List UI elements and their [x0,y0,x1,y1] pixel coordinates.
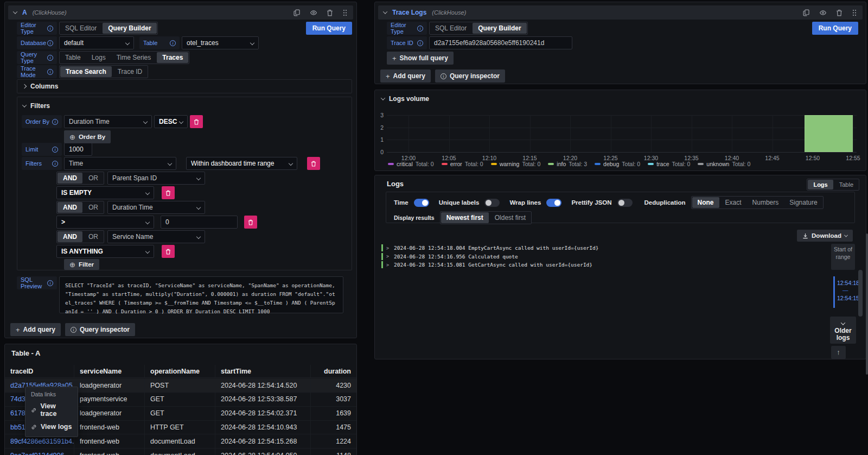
column-header-serviceName[interactable]: serviceName [74,365,145,377]
filter-field-select[interactable]: Time [64,157,176,170]
legend-item-trace[interactable]: traceTotal: 0 [648,161,690,167]
trace-search-option[interactable]: Trace Search [60,66,112,77]
expand-chevron-icon[interactable] [22,84,27,89]
column-header-duration[interactable]: duration [311,365,356,377]
or-option[interactable]: OR [83,173,104,184]
info-icon[interactable]: i [47,69,53,75]
volume-bar-info[interactable] [805,115,853,152]
view-logs-menu-item[interactable]: View logs [25,420,78,433]
view-trace-menu-item[interactable]: View trace [25,400,78,420]
hide-response-eye-icon[interactable] [310,9,317,16]
table-panel-title[interactable]: Table - A [11,349,40,357]
columns-section[interactable]: Columns [17,79,352,93]
duplicate-query-icon[interactable] [293,9,301,16]
page-scrollbar[interactable] [866,233,868,375]
add-order-by-button[interactable]: ⊕Order By [64,130,111,143]
unique-labels-toggle[interactable] [484,199,500,207]
and-option[interactable]: AND [58,173,82,184]
expand-log-chevron-icon[interactable]: > [386,262,391,268]
collapse-chevron-icon[interactable] [383,9,387,14]
or-option[interactable]: OR [83,202,104,213]
remove-order-by-button[interactable] [190,115,203,128]
scroll-to-top-button[interactable]: ↑ [831,346,846,359]
query-inspector-button[interactable]: iQuery inspector [65,323,135,336]
table-row[interactable]: 9ac7acf0134d906...frontend-webdocumentLo… [5,448,356,455]
info-icon[interactable]: i [170,40,176,46]
drag-handle-icon[interactable] [852,9,857,16]
query-row-header[interactable]: Trace Logs (ClickHouse) [378,5,863,20]
remove-query-trash-icon[interactable] [327,9,333,16]
info-icon[interactable]: i [52,119,58,125]
column-header-traceID[interactable]: traceID [5,365,74,377]
limit-input[interactable] [64,143,92,156]
legend-item-info[interactable]: infoTotal: 3 [548,161,587,167]
query-type-logs[interactable]: Logs [86,52,111,63]
trace-id-link[interactable]: 9ac7acf0134d906... [5,448,74,455]
remove-condition-button[interactable] [162,245,175,258]
sql-editor-option[interactable]: SQL Editor [430,23,472,34]
download-button[interactable]: Download [797,230,853,242]
table-select[interactable]: otel_traces [182,36,259,49]
query-title[interactable]: A [22,9,27,16]
remove-condition-button[interactable] [162,186,175,199]
collapse-chevron-icon[interactable] [22,103,27,107]
sql-editor-option[interactable]: SQL Editor [60,23,102,34]
info-icon[interactable]: i [417,40,423,46]
condition-operator-select[interactable]: IS EMPTY [56,186,154,199]
run-query-button[interactable]: Run Query [812,22,858,35]
view-logs-option[interactable]: Logs [808,180,833,189]
deduplication-toggle[interactable]: None Exact Numbers Signature [691,196,824,209]
query-type-toggle[interactable]: Table Logs Time Series Traces [59,51,189,64]
trace-mode-toggle[interactable]: Trace Search Trace ID [59,65,148,78]
drag-handle-icon[interactable] [342,9,348,16]
dedup-none[interactable]: None [692,197,719,208]
filters-section-header[interactable]: Filters [23,102,50,110]
remove-filter-button[interactable] [307,157,320,170]
condition-value-input[interactable] [161,216,238,229]
database-select[interactable]: default [59,36,134,49]
condition-field-select[interactable]: Duration Time [107,201,205,214]
run-query-button[interactable]: Run Query [306,22,352,35]
bool-operator-toggle[interactable]: AND OR [56,201,104,214]
dedup-exact[interactable]: Exact [720,197,747,208]
condition-field-select[interactable]: Parent Span ID [107,172,205,185]
legend-item-critical[interactable]: criticalTotal: 0 [388,161,434,167]
remove-query-trash-icon[interactable] [836,9,843,16]
query-inspector-button[interactable]: iQuery inspector [435,69,505,83]
oldest-first-option[interactable]: Oldest first [489,212,531,223]
info-icon[interactable]: i [417,26,423,31]
collapse-chevron-icon[interactable] [13,9,17,14]
logs-volume-plot[interactable] [387,115,857,152]
log-range-marker[interactable] [833,276,835,308]
newest-first-option[interactable]: Newest first [441,212,489,223]
info-icon[interactable]: i [52,147,58,153]
log-row[interactable]: >2024-06-28 12:54:18.004 EmptyCartAsync … [381,244,810,252]
dedup-signature[interactable]: Signature [784,197,822,208]
legend-item-unknown[interactable]: unknownTotal: 0 [698,161,750,167]
and-option[interactable]: AND [58,231,82,242]
bool-operator-toggle[interactable]: AND OR [56,172,104,185]
query-builder-option[interactable]: Query Builder [473,23,526,34]
time-toggle[interactable] [414,199,429,207]
editor-type-toggle[interactable]: SQL Editor Query Builder [59,22,158,35]
legend-item-warning[interactable]: warningTotal: 0 [491,161,541,167]
display-results-toggle[interactable]: Newest first Oldest first [440,211,532,224]
info-icon[interactable]: i [52,161,58,167]
info-icon[interactable]: i [47,55,53,61]
order-by-direction-select[interactable]: DESC [154,115,188,128]
info-icon[interactable]: i [47,280,53,286]
view-table-option[interactable]: Table [834,180,859,189]
column-header-operationName[interactable]: operationName [145,365,215,377]
legend-item-error[interactable]: errorTotal: 0 [442,161,483,167]
query-title[interactable]: Trace Logs [392,9,426,16]
trace-id-option[interactable]: Trace ID [112,66,148,77]
query-type-timeseries[interactable]: Time Series [111,52,157,63]
editor-type-toggle[interactable]: SQL Editor Query Builder [429,22,528,35]
bool-operator-toggle[interactable]: AND OR [56,230,104,243]
add-filter-button[interactable]: ⊕Filter [64,259,99,270]
filter-time-range-select[interactable]: Within dashboard time range [186,157,297,170]
condition-operator-select[interactable]: > [56,216,154,229]
add-query-button[interactable]: +Add query [10,323,61,336]
info-icon[interactable]: i [47,26,53,31]
logs-volume-header[interactable]: Logs volume [381,95,429,103]
